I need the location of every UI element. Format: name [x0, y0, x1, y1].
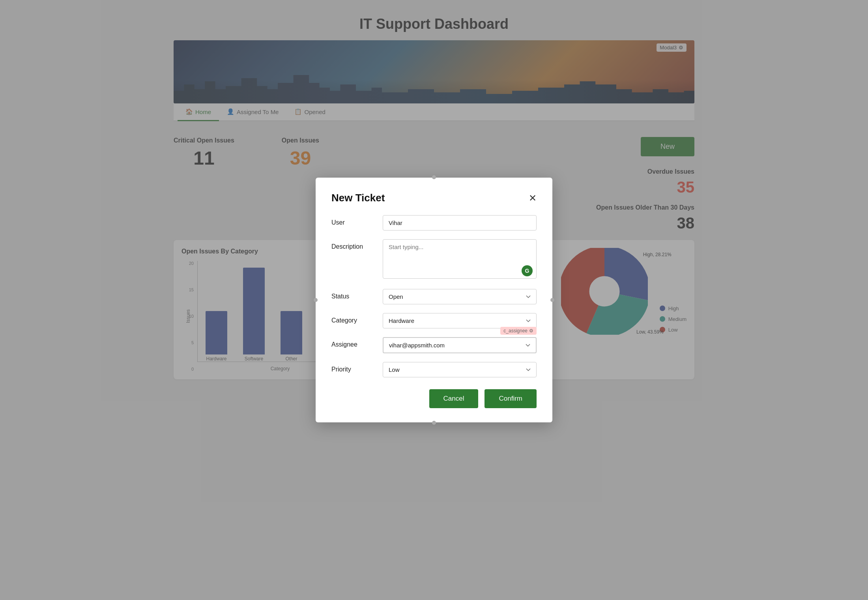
user-label: User [331, 215, 375, 226]
status-label: Status [331, 289, 375, 300]
category-label: Category [331, 313, 375, 324]
status-field-row: Status Open In Progress Closed [331, 289, 537, 304]
grammarly-icon[interactable]: G [522, 265, 533, 276]
modal-right-handle[interactable] [550, 298, 554, 302]
modal-left-handle[interactable] [314, 298, 318, 302]
modal-close-button[interactable]: ✕ [529, 193, 537, 203]
category-select[interactable]: Hardware Software Other [383, 313, 537, 328]
assignee-select[interactable]: vihar@appsmith.com [383, 337, 537, 353]
new-ticket-modal: New Ticket ✕ User Description G Status O… [316, 178, 552, 422]
confirm-button[interactable]: Confirm [485, 389, 537, 408]
modal-title: New Ticket [331, 192, 385, 204]
status-select[interactable]: Open In Progress Closed [383, 289, 537, 304]
modal-bottom-handle[interactable] [432, 421, 436, 425]
modal-footer: Cancel Confirm [331, 389, 537, 408]
priority-select[interactable]: Low Medium High [383, 362, 537, 377]
priority-field-row: Priority Low Medium High [331, 362, 537, 377]
user-field-row: User [331, 215, 537, 231]
user-input[interactable] [383, 215, 537, 231]
c-assignee-label: c_assignee ⚙ [500, 327, 537, 335]
description-wrap: G [383, 239, 537, 280]
description-textarea[interactable] [383, 239, 537, 279]
description-label: Description [331, 239, 375, 250]
modal-overlay: New Ticket ✕ User Description G Status O… [0, 0, 868, 600]
assignee-label: Assignee [331, 337, 375, 348]
modal-top-handle[interactable] [432, 175, 436, 179]
description-field-row: Description G [331, 239, 537, 280]
assignee-wrap: c_assignee ⚙ vihar@appsmith.com [383, 337, 537, 353]
priority-label: Priority [331, 362, 375, 373]
assignee-field-row: Assignee c_assignee ⚙ vihar@appsmith.com [331, 337, 537, 353]
category-field-row: Category Hardware Software Other [331, 313, 537, 328]
cancel-button[interactable]: Cancel [429, 389, 479, 408]
modal-header: New Ticket ✕ [331, 192, 537, 204]
c-assignee-gear-icon: ⚙ [529, 328, 533, 334]
